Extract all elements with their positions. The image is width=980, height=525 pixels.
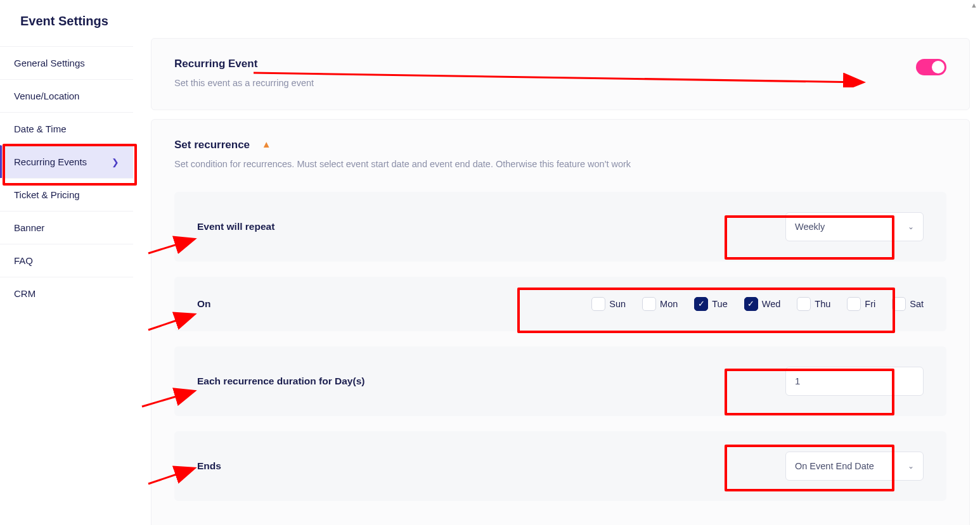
- repeat-row: Event will repeat Weekly ⌄: [174, 192, 946, 262]
- ends-label: Ends: [197, 460, 221, 472]
- duration-row: Each recurrence duration for Day(s): [174, 346, 946, 416]
- sidebar-item-label: CRM: [14, 288, 35, 299]
- on-label: On: [197, 298, 211, 310]
- sidebar-item-ticket-pricing[interactable]: Ticket & Pricing: [0, 178, 133, 211]
- sidebar-item-banner[interactable]: Banner: [0, 211, 133, 244]
- day-fri-label: Fri: [865, 299, 875, 309]
- recurring-event-desc: Set this event as a recurring event: [174, 77, 314, 91]
- day-sun-label: Sun: [609, 299, 626, 309]
- sidebar-item-faq[interactable]: FAQ: [0, 244, 133, 277]
- chevron-down-icon: ⌄: [908, 462, 914, 471]
- sidebar-item-label: Date & Time: [14, 123, 67, 134]
- checkbox-sun[interactable]: [591, 297, 605, 311]
- day-sat[interactable]: Sat: [892, 297, 924, 311]
- sidebar-item-general-settings[interactable]: General Settings: [0, 46, 133, 79]
- recurring-event-title: Recurring Event: [174, 58, 314, 70]
- day-wed-label: Wed: [762, 299, 781, 309]
- scroll-up-arrow[interactable]: ▲: [970, 1, 977, 9]
- recurring-event-toggle[interactable]: [916, 59, 946, 75]
- page-title: Event Settings: [0, 8, 133, 46]
- chevron-down-icon: ⌄: [908, 222, 914, 231]
- set-recurrence-panel: Set recurrence ▲ Set condition for recur…: [151, 119, 970, 525]
- day-sun[interactable]: Sun: [591, 297, 626, 311]
- checkbox-sat[interactable]: [892, 297, 906, 311]
- day-wed[interactable]: ✓ Wed: [744, 297, 781, 311]
- sidebar-item-crm[interactable]: CRM: [0, 277, 133, 310]
- recurring-toggle-panel: Recurring Event Set this event as a recu…: [151, 38, 970, 110]
- day-mon[interactable]: Mon: [642, 297, 678, 311]
- checkbox-mon[interactable]: [642, 297, 656, 311]
- ends-row: Ends On Event End Date ⌄: [174, 431, 946, 501]
- day-sat-label: Sat: [910, 299, 924, 309]
- sidebar-item-date-time[interactable]: Date & Time: [0, 112, 133, 145]
- ends-select[interactable]: On Event End Date ⌄: [785, 452, 924, 481]
- sidebar-item-venue-location[interactable]: Venue/Location: [0, 79, 133, 112]
- sidebar-item-label: Recurring Events: [14, 156, 87, 167]
- checkbox-fri[interactable]: [847, 297, 861, 311]
- day-mon-label: Mon: [660, 299, 678, 309]
- day-thu[interactable]: Thu: [797, 297, 830, 311]
- duration-label: Each recurrence duration for Day(s): [197, 376, 364, 387]
- repeat-label: Event will repeat: [197, 221, 274, 232]
- main-content: Recurring Event Set this event as a recu…: [133, 0, 980, 525]
- toggle-knob: [932, 61, 945, 73]
- sidebar-item-label: General Settings: [14, 58, 85, 68]
- sidebar-item-label: Banner: [14, 222, 44, 233]
- day-thu-label: Thu: [815, 299, 830, 309]
- day-tue[interactable]: ✓ Tue: [694, 297, 727, 311]
- checkbox-tue[interactable]: ✓: [694, 297, 708, 311]
- day-tue-label: Tue: [712, 299, 727, 309]
- days-group: Sun Mon ✓ Tue ✓ Wed: [591, 297, 924, 311]
- chevron-right-icon: ❯: [112, 157, 119, 167]
- sidebar-item-recurring-events[interactable]: Recurring Events ❯: [0, 145, 133, 178]
- warning-icon: ▲: [262, 139, 271, 149]
- set-recurrence-desc: Set condition for recurrences. Must sele…: [174, 158, 946, 172]
- sidebar: Event Settings General Settings Venue/Lo…: [0, 0, 133, 525]
- repeat-select[interactable]: Weekly ⌄: [785, 212, 924, 241]
- duration-input[interactable]: [785, 367, 924, 396]
- sidebar-item-label: Ticket & Pricing: [14, 189, 80, 200]
- set-recurrence-title-text: Set recurrence: [174, 139, 250, 151]
- ends-select-value: On Event End Date: [795, 461, 874, 471]
- set-recurrence-title: Set recurrence ▲: [174, 139, 946, 151]
- repeat-select-value: Weekly: [795, 222, 825, 232]
- sidebar-item-label: FAQ: [14, 255, 33, 266]
- on-days-row: On Sun Mon ✓ Tue: [174, 277, 946, 331]
- sidebar-item-label: Venue/Location: [14, 91, 79, 101]
- checkbox-thu[interactable]: [797, 297, 811, 311]
- checkbox-wed[interactable]: ✓: [744, 297, 758, 311]
- day-fri[interactable]: Fri: [847, 297, 875, 311]
